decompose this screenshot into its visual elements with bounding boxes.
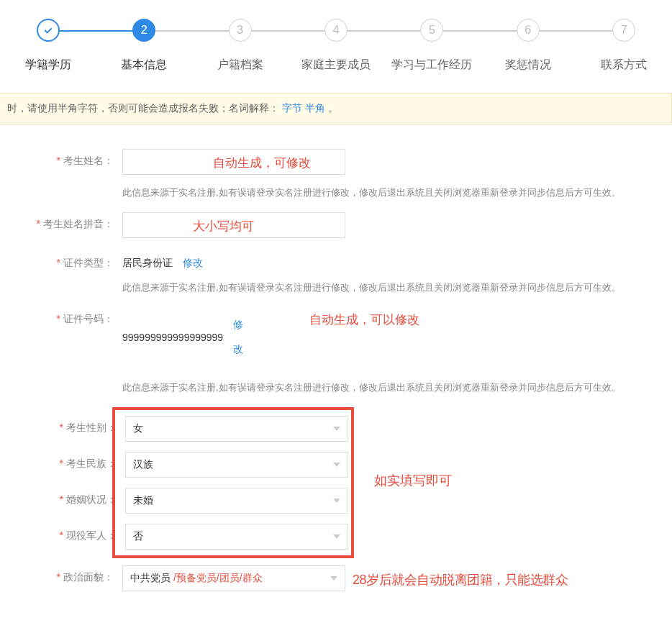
gender-value: 女	[133, 422, 143, 435]
step-6[interactable]: 6 奖惩情况	[480, 19, 576, 73]
ethnic-value: 汉族	[133, 458, 153, 471]
step-label: 户籍档案	[217, 58, 263, 73]
chevron-down-icon	[333, 427, 340, 431]
political-select[interactable]: 中共党员 /预备党员/团员/群众	[122, 565, 345, 591]
redbox-annotation: 如实填写即可	[374, 472, 452, 489]
step-label: 基本信息	[121, 58, 167, 73]
marital-value: 未婚	[133, 494, 153, 507]
chevron-down-icon	[333, 499, 340, 503]
step-number: 4	[324, 19, 348, 42]
row-pinyin: *考生姓名拼音： 大小写均可	[0, 212, 672, 238]
row-political: *政治面貌： 中共党员 /预备党员/团员/群众 28岁后就会自动脱离团籍，只能选…	[0, 565, 672, 591]
check-icon	[37, 19, 60, 42]
row-gender: *考生性别： 女	[3, 416, 351, 442]
step-5[interactable]: 5 学习与工作经历	[384, 19, 480, 73]
step-number: 3	[229, 19, 252, 42]
label-political: *政治面貌：	[0, 565, 114, 584]
military-value: 否	[133, 530, 143, 543]
step-number: 2	[132, 19, 155, 42]
row-marital: *婚姻状况： 未婚	[3, 488, 351, 514]
step-4[interactable]: 4 家庭主要成员	[288, 19, 383, 73]
row-ethnic: *考生民族： 汉族	[3, 452, 351, 478]
row-idtype: *证件类型： 居民身份证 修改 此信息来源于实名注册,如有误请登录实名注册进行修…	[0, 251, 672, 294]
step-label: 联系方式	[601, 58, 647, 73]
idtype-hint: 此信息来源于实名注册,如有误请登录实名注册进行修改，修改后退出系统且关闭浏览器重…	[122, 281, 672, 294]
step-2[interactable]: 2 基本信息	[96, 19, 191, 73]
redbox-wrapper: *考生性别： 女 *考生民族： 汉族 *婚姻状况：	[0, 407, 672, 558]
label-marital: *婚姻状况：	[3, 488, 117, 506]
step-label: 家庭主要成员	[301, 58, 371, 73]
idnum-modify-link[interactable]: 修改	[233, 307, 248, 361]
step-label: 学习与工作经历	[391, 58, 472, 73]
pinyin-input[interactable]	[122, 212, 345, 238]
label-ethnic: *考生民族：	[3, 452, 117, 470]
step-label: 奖惩情况	[505, 58, 551, 73]
name-hint: 此信息来源于实名注册,如有误请登录实名注册进行修改，修改后退出系统且关闭浏览器重…	[122, 186, 672, 199]
row-military: *现役军人： 否	[3, 524, 351, 550]
form: *考生姓名： 此信息来源于实名注册,如有误请登录实名注册进行修改，修改后退出系统…	[0, 149, 672, 591]
step-3[interactable]: 3 户籍档案	[192, 19, 288, 73]
warning-bar: 时，请使用半角字符，否则可能会造成报名失败；名词解释： 字节 半角 。	[0, 93, 672, 124]
halfwidth-link[interactable]: 半角	[305, 102, 325, 114]
step-7[interactable]: 7 联系方式	[576, 19, 672, 73]
label-military: *现役军人：	[3, 524, 117, 542]
row-idnum: *证件号码： 999999999999999999 修改 此信息来源于实名注册,…	[0, 307, 672, 394]
step-1[interactable]: 学籍学历	[0, 19, 96, 73]
chevron-down-icon	[330, 576, 337, 581]
idnum-hint: 此信息来源于实名注册,如有误请登录实名注册进行修改，修改后退出系统且关闭浏览器重…	[122, 381, 672, 394]
idnum-value: 999999999999999999	[122, 326, 223, 343]
marital-select[interactable]: 未婚	[125, 488, 348, 514]
warning-suffix: 。	[328, 102, 338, 114]
political-value: 中共党员 /预备党员/团员/群众	[130, 572, 263, 585]
ethnic-select[interactable]: 汉族	[125, 452, 348, 478]
step-label: 学籍学历	[25, 58, 71, 73]
step-number: 6	[517, 19, 540, 42]
military-select[interactable]: 否	[125, 524, 348, 550]
label-name: *考生姓名：	[0, 149, 114, 168]
label-pinyin: *考生姓名拼音：	[0, 212, 114, 231]
warning-text: 时，请使用半角字符，否则可能会造成报名失败；名词解释：	[7, 102, 279, 114]
label-idnum: *证件号码：	[0, 307, 114, 326]
label-gender: *考生性别：	[3, 416, 117, 434]
name-input[interactable]	[122, 149, 345, 175]
row-name: *考生姓名： 此信息来源于实名注册,如有误请登录实名注册进行修改，修改后退出系统…	[0, 149, 672, 199]
idtype-modify-link[interactable]: 修改	[183, 251, 203, 270]
redbox-highlight: *考生性别： 女 *考生民族： 汉族 *婚姻状况：	[112, 407, 354, 558]
step-indicator: 学籍学历 2 基本信息 3 户籍档案 4 家庭主要成员 5 学习与工作经历 6 …	[0, 0, 672, 73]
idtype-value: 居民身份证	[122, 251, 173, 270]
label-idtype: *证件类型：	[0, 251, 114, 270]
step-number: 5	[420, 19, 443, 42]
gender-select[interactable]: 女	[125, 416, 348, 442]
chevron-down-icon	[333, 463, 340, 467]
byte-link[interactable]: 字节	[282, 102, 302, 114]
step-number: 7	[612, 19, 635, 42]
chevron-down-icon	[333, 534, 340, 539]
